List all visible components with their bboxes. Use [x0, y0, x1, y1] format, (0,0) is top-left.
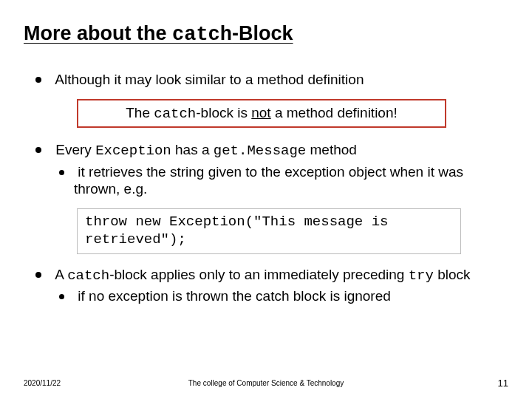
footer-center: The college of Computer Science & Techno… — [0, 379, 532, 387]
bullet-3-sub-text: if no exception is thrown the catch bloc… — [78, 288, 391, 304]
slide-footer: 2020/11/22 The college of Computer Scien… — [0, 378, 532, 389]
bullet-2-code2: get.Message — [214, 143, 306, 159]
bullet-2: Every Exception has a get.Message method… — [52, 141, 508, 198]
bullet-3-code: catch — [67, 267, 109, 284]
callout-code: catch — [154, 106, 196, 122]
callout-mid: -block is — [196, 105, 251, 120]
title-pre: More about the — [24, 22, 172, 44]
callout-post: a method definition! — [271, 105, 398, 120]
callout-underline: not — [251, 105, 270, 120]
code-box: throw new Exception("This message is ret… — [77, 208, 461, 254]
bullet-3-mid: -block applies only to an immediately pr… — [109, 267, 409, 282]
bullet-2-pre: Every — [55, 142, 95, 157]
slide-title: More about the catch-Block — [24, 22, 508, 46]
bullet-3-post: block — [434, 267, 471, 282]
title-code: catch — [172, 24, 232, 46]
code-line: throw new Exception("This message is ret… — [85, 214, 388, 248]
callout-pre: The — [126, 105, 154, 120]
callout-box: The catch-block is not a method definiti… — [77, 99, 446, 128]
bullet-2-post: method — [306, 142, 357, 157]
title-post: -Block — [232, 22, 293, 44]
bullet-1-text: Although it may look similar to a method… — [55, 72, 364, 87]
bullet-3-pre: A — [55, 267, 67, 282]
bullet-1: Although it may look similar to a method… — [52, 71, 508, 89]
bullet-2-sub-text: it retrieves the string given to the exc… — [74, 164, 463, 197]
bullet-2-code1: Exception — [95, 143, 171, 159]
bullet-3-code2: try — [409, 267, 434, 284]
bullet-3-sub: if no exception is thrown the catch bloc… — [74, 287, 508, 305]
bullet-2-sub: it retrieves the string given to the exc… — [74, 163, 508, 199]
bullet-3: A catch-block applies only to an immedia… — [52, 266, 508, 306]
bullet-2-mid: has a — [171, 142, 214, 157]
